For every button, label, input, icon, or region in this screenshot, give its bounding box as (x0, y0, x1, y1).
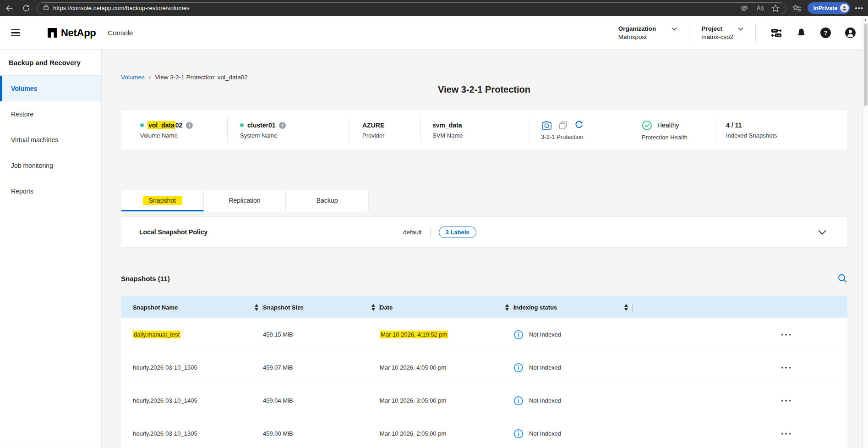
scrollbar-thumb[interactable] (864, 23, 868, 106)
hide-eye-icon[interactable] (738, 2, 750, 14)
column-label: Snapshot Size (263, 304, 304, 311)
sidebar-item-label: Volumes (11, 85, 37, 92)
sort-icon[interactable] (505, 304, 509, 311)
sidebar-item[interactable]: Reports (0, 178, 101, 204)
browser-back-icon[interactable] (4, 2, 16, 14)
health-value: Healthy (657, 122, 679, 129)
tab[interactable]: Snapshot (121, 190, 204, 211)
sidebar-section-backup-and-recovery[interactable]: Backup and Recovery (0, 50, 101, 76)
snapshot-size-cell: 459.15 MiB (263, 331, 380, 338)
help-icon[interactable]: ? (820, 28, 831, 38)
sidebar-item-label: Restore (11, 111, 33, 118)
svm-name-label: SVM Name (432, 132, 529, 139)
summary-svm: svm_data SVM Name (421, 110, 529, 150)
snapshots-table: Snapshot Name Snapshot Size Date (121, 296, 847, 448)
sidebar-item-label: Job monitoring (11, 162, 53, 169)
sidebar-item[interactable]: Job monitoring (0, 153, 101, 178)
local-snapshot-policy-panel: Local Snapshot Policy default 3 Labels (121, 216, 847, 248)
page-scrollbar[interactable]: ▲ (863, 16, 868, 448)
organization-label: Organization (618, 25, 656, 32)
lock-icon (43, 4, 49, 12)
snapshot-size-cell: 459.07 MiB (263, 364, 380, 371)
breadcrumb-volumes-link[interactable]: Volumes (121, 74, 145, 81)
tab[interactable]: Replication (204, 190, 286, 211)
project-picker[interactable]: Project matrix-cvo2 (701, 25, 743, 40)
table-column-header[interactable]: Date (380, 296, 513, 318)
breadcrumb-current: View 3-2-1 Protection: vol_data02 (155, 74, 247, 81)
sort-icon[interactable] (624, 304, 628, 311)
row-actions-kebab-icon[interactable] (779, 430, 794, 437)
snapshot-row: hourly.2026-03-10_1305 459.00 MiB Mar 10… (121, 417, 847, 448)
tab[interactable]: Backup (286, 190, 368, 211)
organization-picker[interactable]: Organization Matrixpost (618, 25, 677, 40)
sort-icon[interactable] (371, 304, 375, 311)
summary-indexed: 4 / 11 Indexed Snapshots (716, 110, 847, 150)
row-actions-kebab-icon[interactable] (779, 364, 794, 371)
policy-expand-chevron-icon[interactable] (818, 230, 826, 235)
netapp-mark-icon (48, 28, 57, 38)
snapshots-title: Snapshots (11) (121, 275, 170, 282)
row-actions-kebab-icon[interactable] (779, 331, 794, 338)
console-switcher-icon[interactable] (770, 27, 782, 39)
table-column-header[interactable]: Indexing status (513, 296, 633, 318)
tab-label: Snapshot (143, 196, 182, 205)
indexing-status-text: Not Indexed (529, 430, 561, 437)
info-icon[interactable] (513, 330, 524, 340)
scrollbar-up-arrow-icon[interactable]: ▲ (863, 16, 868, 22)
table-column-header[interactable]: Snapshot Size (263, 296, 380, 318)
status-dot-icon (140, 123, 144, 127)
header-divider (755, 23, 756, 43)
read-aloud-icon[interactable] (754, 2, 766, 14)
sidebar: Backup and Recovery Volumes Restore Virt… (0, 50, 102, 448)
sidebar-item[interactable]: Virtual machines (0, 127, 101, 153)
protection-tabs: Snapshot Replication Backup (121, 190, 369, 211)
netapp-logo[interactable]: NetApp (48, 27, 96, 39)
healthy-check-icon (642, 120, 652, 131)
page-title: View 3-2-1 Protection (121, 84, 847, 95)
snapshot-name-cell: hourly.2026-03-10_1405 (133, 397, 263, 404)
column-label: Indexing status (513, 304, 557, 311)
snapshot-row: hourly.2026-03-10_1405 459.04 MiB Mar 10… (121, 384, 847, 417)
sidebar-item[interactable]: Volumes (0, 76, 101, 101)
profile-avatar-icon (840, 4, 849, 12)
replication-copy-icon (558, 121, 568, 130)
info-icon[interactable] (513, 363, 524, 373)
sidebar-item[interactable]: Restore (0, 101, 101, 127)
browser-chrome: https://console.netapp.com/backup-restor… (0, 0, 868, 16)
info-icon[interactable]: i (186, 122, 193, 129)
brand-name: NetApp (61, 27, 96, 39)
snapshots-header: Snapshots (11) (121, 273, 847, 283)
info-icon[interactable]: i (279, 122, 286, 129)
snapshot-name-cell: hourly.2026-03-10_1505 (133, 364, 263, 371)
labels-badge[interactable]: 3 Labels (439, 227, 476, 238)
snapshot-size-cell: 459.04 MiB (263, 397, 380, 404)
sort-icon[interactable] (255, 304, 258, 311)
browser-menu-icon[interactable]: ••• (855, 4, 863, 12)
info-icon[interactable] (513, 396, 524, 406)
indexed-snapshots-label: Indexed Snapshots (726, 132, 847, 139)
row-actions-kebab-icon[interactable] (779, 397, 794, 404)
chevron-down-icon (738, 27, 743, 31)
info-icon[interactable] (513, 429, 524, 439)
hamburger-menu-icon[interactable] (11, 29, 20, 36)
user-avatar-icon[interactable] (845, 27, 856, 39)
main-content: Volumes › View 3-2-1 Protection: vol_dat… (102, 50, 868, 448)
protection-label: 3-2-1 Protection (541, 133, 630, 140)
search-icon[interactable] (837, 273, 847, 283)
column-label: Date (380, 304, 393, 311)
table-column-header[interactable]: Snapshot Name (133, 296, 263, 318)
browser-refresh-icon[interactable] (20, 2, 32, 14)
sidebar-item-label: Virtual machines (11, 136, 58, 144)
project-value: matrix-cvo2 (701, 33, 743, 40)
breadcrumb-separator-icon: › (149, 73, 151, 81)
snapshot-name-cell: daily.manual_test (133, 331, 263, 338)
breadcrumb: Volumes › View 3-2-1 Protection: vol_dat… (121, 73, 847, 81)
inprivate-badge[interactable]: InPrivate (808, 2, 850, 14)
notifications-bell-icon[interactable] (796, 28, 807, 38)
provider-value: AZURE (362, 122, 384, 129)
favorites-bar-icon[interactable] (791, 2, 803, 14)
snapshot-date-cell: Mar 10 2026, 2:05:00 pm (380, 430, 513, 437)
indexing-status-cell: Not Indexed (513, 363, 633, 373)
favorite-star-icon[interactable] (770, 2, 781, 14)
browser-address-bar[interactable]: https://console.netapp.com/backup-restor… (37, 2, 786, 14)
